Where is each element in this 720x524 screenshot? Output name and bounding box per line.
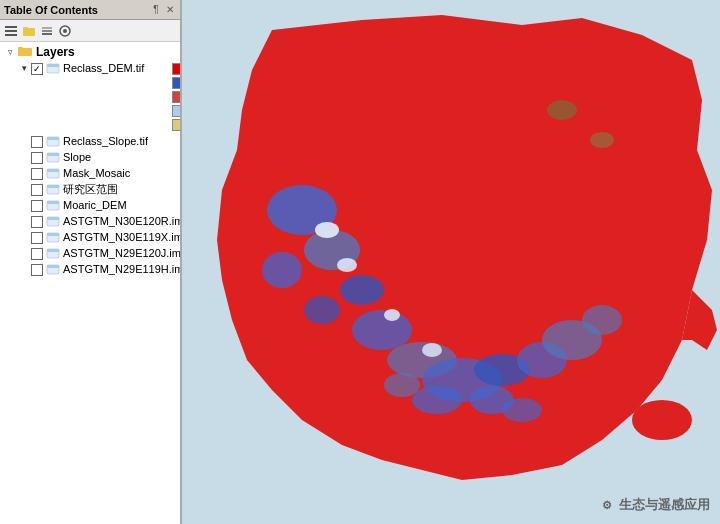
svg-point-53 bbox=[412, 386, 462, 414]
svg-rect-11 bbox=[18, 47, 23, 50]
layer-expand-icon bbox=[18, 134, 30, 148]
layer-expand-icon bbox=[18, 166, 30, 180]
layer-type-icon bbox=[46, 262, 60, 276]
svg-rect-1 bbox=[5, 30, 17, 32]
layer-expand-icon: ▾ bbox=[18, 61, 30, 75]
main-layout: Table Of Contents ¶ ✕ bbox=[0, 0, 720, 524]
svg-rect-21 bbox=[47, 185, 59, 188]
layer-type-icon bbox=[46, 61, 60, 75]
layer-item[interactable]: ▾✓Reclass_DEM.tif12345 bbox=[0, 60, 180, 133]
layer-item[interactable]: 研究区范围 bbox=[0, 181, 180, 197]
legend-swatch bbox=[172, 91, 180, 103]
layer-item[interactable]: Moaric_DEM bbox=[0, 197, 180, 213]
svg-rect-7 bbox=[42, 27, 52, 29]
svg-rect-31 bbox=[47, 265, 59, 268]
layers-expand-icon: ▿ bbox=[4, 46, 16, 58]
layer-name: Reclass_Slope.tif bbox=[63, 134, 148, 148]
layer-type-icon bbox=[46, 198, 60, 212]
toc-header: Table Of Contents ¶ ✕ bbox=[0, 0, 180, 20]
layer-expand-icon bbox=[18, 214, 30, 228]
legend-item: 1 bbox=[144, 62, 180, 76]
legend-swatch bbox=[172, 119, 180, 131]
svg-point-45 bbox=[582, 305, 622, 335]
svg-point-9 bbox=[63, 29, 67, 33]
layers-label: Layers bbox=[36, 45, 75, 59]
svg-point-35 bbox=[262, 252, 302, 288]
layers-folder-icon bbox=[18, 45, 32, 59]
svg-rect-4 bbox=[23, 27, 28, 30]
layer-expand-icon bbox=[18, 262, 30, 276]
legend-item: 4 bbox=[144, 104, 180, 118]
layer-type-icon bbox=[46, 230, 60, 244]
layer-type-icon bbox=[46, 134, 60, 148]
svg-rect-17 bbox=[47, 153, 59, 156]
layer-item[interactable]: ASTGTM_N29E120J.img bbox=[0, 245, 180, 261]
svg-point-54 bbox=[384, 373, 420, 397]
layer-item[interactable]: ASTGTM_N30E119X.img bbox=[0, 229, 180, 245]
list-view-icon[interactable] bbox=[3, 23, 19, 39]
options-icon[interactable] bbox=[57, 23, 73, 39]
layer-item[interactable]: Slope bbox=[0, 149, 180, 165]
legend-item: 2 bbox=[144, 76, 180, 90]
svg-rect-23 bbox=[47, 201, 59, 204]
svg-rect-0 bbox=[5, 26, 17, 28]
svg-point-37 bbox=[352, 310, 412, 350]
layer-expand-icon bbox=[18, 182, 30, 196]
layer-checkbox[interactable]: ✓ bbox=[31, 63, 43, 75]
toc-float-button[interactable]: ¶ bbox=[150, 4, 162, 16]
layer-name: Reclass_DEM.tif bbox=[63, 61, 144, 75]
layer-checkbox[interactable] bbox=[31, 200, 43, 212]
svg-point-36 bbox=[340, 275, 384, 305]
layers-header[interactable]: ▿ Layers bbox=[0, 44, 180, 60]
layer-expand-icon bbox=[18, 246, 30, 260]
legend-swatch bbox=[172, 63, 180, 75]
layer-item[interactable]: Mask_Mosaic bbox=[0, 165, 180, 181]
svg-rect-6 bbox=[42, 30, 52, 32]
svg-point-55 bbox=[502, 398, 542, 422]
layer-type-icon bbox=[46, 150, 60, 164]
layer-name: ASTGTM_N29E119H.img bbox=[63, 262, 180, 276]
svg-rect-19 bbox=[47, 169, 59, 172]
layer-name: 研究区范围 bbox=[63, 182, 118, 196]
layer-checkbox[interactable] bbox=[31, 216, 43, 228]
layer-item[interactable]: Reclass_Slope.tif bbox=[0, 133, 180, 149]
svg-point-47 bbox=[337, 258, 357, 272]
svg-point-48 bbox=[384, 309, 400, 321]
svg-rect-13 bbox=[47, 64, 59, 67]
map-area[interactable]: ⚙ 生态与遥感应用 bbox=[182, 0, 720, 524]
layer-checkbox[interactable] bbox=[31, 232, 43, 244]
layer-legend: 12345 bbox=[144, 62, 180, 132]
layers-section: ▿ Layers ▾✓Reclass_DEM.tif12345Reclass_S… bbox=[0, 44, 180, 277]
svg-point-46 bbox=[315, 222, 339, 238]
layer-checkbox[interactable] bbox=[31, 264, 43, 276]
layer-checkbox[interactable] bbox=[31, 152, 43, 164]
layer-type-icon bbox=[46, 166, 60, 180]
layer-checkbox[interactable] bbox=[31, 184, 43, 196]
toc-content: ▿ Layers ▾✓Reclass_DEM.tif12345Reclass_S… bbox=[0, 42, 180, 524]
layer-checkbox[interactable] bbox=[31, 168, 43, 180]
layer-expand-icon bbox=[18, 230, 30, 244]
layer-checkbox[interactable] bbox=[31, 136, 43, 148]
layer-item[interactable]: ASTGTM_N29E119H.img bbox=[0, 261, 180, 277]
toc-close-button[interactable]: ✕ bbox=[164, 4, 176, 16]
folder-icon[interactable] bbox=[21, 23, 37, 39]
layer-item[interactable]: ASTGTM_N30E120R.img bbox=[0, 213, 180, 229]
legend-item: 3 bbox=[144, 90, 180, 104]
toc-panel: Table Of Contents ¶ ✕ bbox=[0, 0, 182, 524]
svg-rect-25 bbox=[47, 217, 59, 220]
layer-list: ▾✓Reclass_DEM.tif12345Reclass_Slope.tifS… bbox=[0, 60, 180, 277]
svg-rect-27 bbox=[47, 233, 59, 236]
svg-rect-15 bbox=[47, 137, 59, 140]
toc-title: Table Of Contents bbox=[4, 4, 98, 16]
watermark: ⚙ 生态与遥感应用 bbox=[602, 496, 710, 514]
svg-point-49 bbox=[422, 343, 442, 357]
svg-rect-2 bbox=[5, 34, 17, 36]
layer-name: Mask_Mosaic bbox=[63, 166, 130, 180]
layer-name: ASTGTM_N30E119X.img bbox=[63, 230, 180, 244]
legend-swatch bbox=[172, 105, 180, 117]
layer-icon[interactable] bbox=[39, 23, 55, 39]
layer-checkbox[interactable] bbox=[31, 248, 43, 260]
svg-point-50 bbox=[547, 100, 577, 120]
svg-point-44 bbox=[304, 296, 340, 324]
legend-item: 5 bbox=[144, 118, 180, 132]
